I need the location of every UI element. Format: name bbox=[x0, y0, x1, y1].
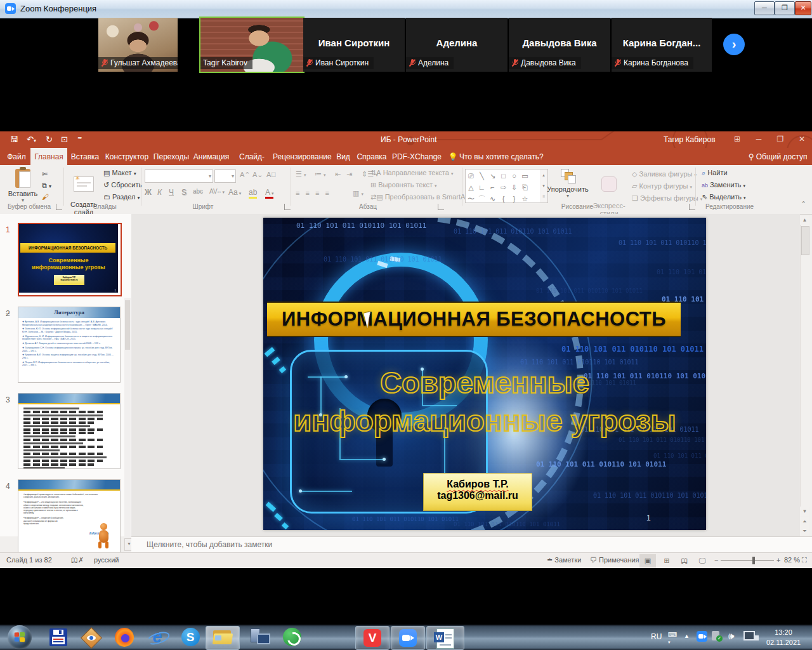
paragraph-dialog-launcher[interactable] bbox=[438, 204, 444, 210]
network-icon[interactable] bbox=[743, 631, 759, 650]
find-button[interactable]: ⌕ Найти bbox=[702, 169, 728, 177]
participant-tile-ivan[interactable]: Иван Сироткин Иван Сироткин bbox=[303, 18, 405, 72]
scrollbar-thumb[interactable] bbox=[801, 226, 809, 255]
align-buttons[interactable]: ≡ ≡ ≡ ≡ bbox=[296, 189, 331, 197]
cut-icon[interactable]: ✄ bbox=[42, 170, 48, 178]
slide-editing-area[interactable]: 01 110 101 011 010110 101 0101101 110 10… bbox=[263, 218, 706, 530]
participant-tile-tagir[interactable]: Tagir Kabirov bbox=[199, 17, 304, 73]
faststone-viewer-icon[interactable] bbox=[79, 627, 104, 648]
reset-button[interactable]: ↺ Сбросить bbox=[103, 181, 142, 189]
file-explorer-taskbar-button[interactable] bbox=[206, 626, 240, 650]
slide-thumbnail-4[interactable]: «информация» происходит от латинского сл… bbox=[18, 479, 121, 553]
zoom-out-button[interactable]: − bbox=[714, 556, 718, 564]
powerpoint-titlebar[interactable]: 🖫 ↶▾ ↻ ⊡ ≂ ИБ - PowerPoint Тагир Кабиров… bbox=[0, 131, 812, 148]
language-indicator-tray[interactable]: RU bbox=[651, 632, 662, 650]
previous-slide-button[interactable]: ⏶ bbox=[800, 517, 809, 526]
skype-icon[interactable]: S bbox=[178, 627, 203, 648]
slide-title-banner[interactable]: ИНФОРМАЦИОННАЯ БЕЗОПАСНОСТЬ bbox=[267, 302, 681, 337]
font-name-combo[interactable]: ▾ bbox=[145, 169, 213, 183]
zoom-tray-icon[interactable] bbox=[697, 631, 707, 650]
internet-explorer-icon[interactable]: e bbox=[145, 627, 170, 648]
section-button[interactable]: 🗀 Раздел ▾ bbox=[103, 193, 140, 201]
participant-tile-davydova[interactable]: Давыдова Вика Давыдова Вика bbox=[509, 18, 610, 72]
ppt-minimize-button[interactable]: ─ bbox=[749, 131, 769, 148]
align-text-button[interactable]: ⊞ Выровнять текст ▾ bbox=[370, 181, 437, 189]
notes-toggle[interactable]: ≐ Заметки bbox=[547, 556, 581, 564]
close-button[interactable]: ✕ bbox=[795, 1, 811, 15]
grow-font-icon[interactable]: А⌃ bbox=[240, 171, 251, 179]
share-button[interactable]: ⚲ Общий доступ bbox=[747, 148, 808, 165]
participant-tile-gulshat[interactable]: Гульшат Ахмадеева bbox=[98, 18, 178, 72]
shape-effects-button[interactable]: ❏ Эффекты фигуры ▾ bbox=[632, 194, 702, 202]
floppy-backup-app-icon[interactable] bbox=[46, 627, 71, 648]
shadow-button[interactable]: S bbox=[181, 188, 187, 197]
strikethrough-button[interactable]: abc bbox=[193, 188, 203, 195]
format-painter-icon[interactable]: 🖌 bbox=[42, 193, 49, 201]
comments-toggle[interactable]: 🗩 Примечания bbox=[590, 556, 639, 564]
replace-button[interactable]: ab Заменить ▾ bbox=[702, 181, 745, 189]
save-icon[interactable]: 🖫 bbox=[10, 135, 18, 144]
bullets-icon[interactable]: ☰ ▾ bbox=[296, 170, 306, 178]
volume-icon[interactable]: 🕪 bbox=[728, 630, 734, 650]
tab-transitions[interactable]: Переходы bbox=[152, 148, 190, 165]
shape-outline-button[interactable]: ▱ Контур фигуры ▾ bbox=[632, 182, 692, 190]
word-taskbar-button[interactable]: W bbox=[426, 626, 464, 650]
tab-design[interactable]: Конструктор bbox=[103, 148, 151, 165]
usb-device-icon[interactable]: ✓ bbox=[712, 631, 719, 650]
next-participants-button[interactable]: › bbox=[723, 34, 745, 55]
collapse-ribbon-icon[interactable]: ⌃ bbox=[801, 200, 806, 208]
ppt-close-button[interactable]: ✕ bbox=[792, 131, 812, 148]
account-name[interactable]: Тагир Кабиров bbox=[664, 135, 716, 144]
language-indicator[interactable]: русский bbox=[94, 556, 119, 564]
zoom-slider-track[interactable] bbox=[721, 560, 774, 561]
zoom-window-titlebar[interactable]: Zoom Конференция ─ ❐ ✕ bbox=[0, 0, 812, 18]
ribbon-display-options-icon[interactable]: ⊞ bbox=[727, 131, 747, 148]
italic-button[interactable]: К bbox=[157, 188, 162, 197]
ppt-maximize-button[interactable]: ❐ bbox=[770, 131, 790, 148]
copy-icon[interactable]: ⧉ ▾ bbox=[42, 182, 51, 190]
clear-formatting-icon[interactable]: А⃠ bbox=[266, 171, 277, 178]
font-size-combo[interactable]: ▾ bbox=[214, 169, 236, 183]
notes-pane[interactable]: Щелкните, чтобы добавить заметки bbox=[131, 536, 812, 552]
zoom-slider-knob[interactable] bbox=[752, 557, 755, 564]
shape-fill-button[interactable]: ◇ Заливка фигуры ▾ bbox=[632, 170, 697, 178]
select-button[interactable]: ⇖ Выделить ▾ bbox=[702, 193, 746, 201]
firefox-icon[interactable] bbox=[112, 627, 137, 648]
qat-more-icon[interactable]: ≂ bbox=[77, 135, 82, 141]
reading-view-button[interactable]: 🕮 bbox=[676, 554, 693, 567]
increase-indent-icon[interactable]: ⇥ bbox=[346, 170, 352, 178]
layout-button[interactable]: ▤ Макет ▾ bbox=[103, 169, 136, 177]
start-button[interactable] bbox=[8, 625, 32, 649]
font-color-button[interactable]: А ▾ bbox=[265, 188, 273, 199]
slideshow-view-button[interactable]: 🖵 bbox=[694, 554, 710, 567]
tab-slideshow[interactable]: Слайд-шоу bbox=[232, 148, 272, 165]
participant-tile-karina[interactable]: Карина Богдан... Карина Богданова bbox=[612, 18, 712, 72]
change-case-button[interactable]: Aa ▾ bbox=[228, 188, 241, 197]
tab-insert[interactable]: Вставка bbox=[69, 148, 102, 165]
slide-thumbnail-1[interactable]: ИНФОРМАЦИОННАЯ БЕЗОПАСНОСТЬ Современные … bbox=[18, 223, 122, 296]
slide-subtitle-line2[interactable]: информационные угрозы bbox=[263, 403, 706, 438]
slide-sorter-view-button[interactable]: ⊞ bbox=[658, 554, 675, 567]
fit-slide-button[interactable]: ⛶ bbox=[802, 556, 807, 564]
shrink-font-icon[interactable]: А⌄ bbox=[252, 171, 263, 179]
redo-icon[interactable]: ↻ bbox=[46, 135, 53, 144]
numbering-icon[interactable]: ≔ ▾ bbox=[315, 170, 326, 178]
zoom-taskbar-button[interactable] bbox=[391, 626, 425, 650]
zoom-percentage[interactable]: 82 % bbox=[784, 556, 800, 564]
taskbar-clock[interactable]: 13:20 02.11.2021 bbox=[760, 627, 807, 647]
tab-home[interactable]: Главная bbox=[30, 148, 67, 165]
slide-thumbnail-2[interactable]: Литература ❖ Артемов, А.В. Информационна… bbox=[18, 307, 121, 383]
tab-review[interactable]: Рецензирование bbox=[273, 148, 331, 165]
shapes-gallery[interactable]: ⎚╲↘□○▭ △∟⌐⇨⇩⎗ 〜⌒∿{}☆ bbox=[465, 169, 541, 203]
arrange-button[interactable]: Упорядочить▾ bbox=[547, 169, 589, 199]
show-hidden-icons[interactable]: ▲ bbox=[684, 633, 690, 650]
next-slide-button[interactable]: ⏷ bbox=[800, 526, 809, 536]
zoom-in-button[interactable]: + bbox=[776, 556, 780, 564]
tab-help[interactable]: Справка bbox=[355, 148, 388, 165]
keyboard-layout-icon[interactable]: ⌨▾ bbox=[668, 631, 677, 650]
bold-button[interactable]: Ж bbox=[145, 188, 152, 197]
normal-view-button[interactable]: ▣ bbox=[639, 554, 656, 567]
columns-icon[interactable]: ▥ ▾ bbox=[353, 189, 363, 197]
slide-thumbnail-3[interactable] bbox=[18, 393, 121, 469]
restore-button[interactable]: ❐ bbox=[775, 1, 795, 15]
